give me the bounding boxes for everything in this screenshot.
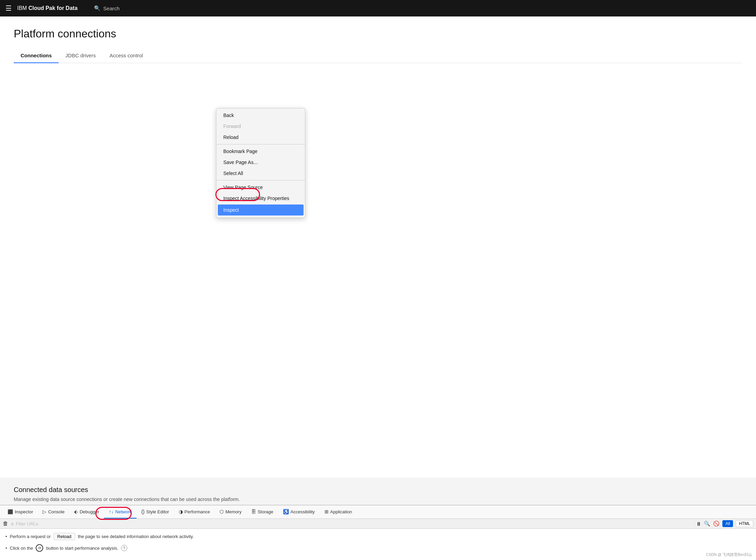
devtools-tab-debugger[interactable]: ⬖ Debugger	[69, 505, 104, 518]
context-menu-save-as[interactable]: Save Page As...	[216, 157, 305, 168]
bullet-1: •	[5, 534, 7, 539]
context-menu-accessibility[interactable]: Inspect Accessibility Properties	[216, 193, 305, 204]
tab-inspector-label: Inspector	[15, 509, 33, 514]
tab-console-label: Console	[48, 509, 64, 514]
context-menu-bookmark[interactable]: Bookmark Page	[216, 146, 305, 157]
network-icon: ↑↓	[109, 509, 114, 514]
tab-jdbc-drivers[interactable]: JDBC drivers	[59, 48, 103, 63]
devtools-toolbar: 🗑 ⌾ Filter URLs ⏸ 🔍 🚫 All HTML	[0, 519, 756, 529]
devtools-toolbar-right: ⏸ 🔍 🚫 All HTML	[696, 520, 753, 527]
devtools-tab-accessibility[interactable]: ♿ Accessibility	[278, 505, 320, 518]
search-icon: 🔍	[94, 5, 101, 11]
search-placeholder: Search	[103, 5, 120, 11]
watermark: CSDN @ 飞鸿踏雪Ben归山	[706, 552, 752, 557]
section-title: Connected data sources	[14, 486, 742, 494]
context-menu-select-all[interactable]: Select All	[216, 168, 305, 179]
devtools-tab-console[interactable]: ▷ Console	[38, 505, 69, 518]
filter-html-btn[interactable]: HTML	[736, 520, 753, 527]
section-desc: Manage existing data source connections …	[14, 497, 742, 502]
context-menu-reload[interactable]: Reload	[216, 132, 305, 143]
filter-urls-placeholder: Filter URLs	[16, 521, 38, 526]
help-icon[interactable]: ?	[121, 545, 127, 551]
clear-icon[interactable]: 🗑	[3, 521, 8, 527]
brand-bold: Cloud Pak for Data	[28, 5, 78, 11]
tab-style-editor-label: Style Editor	[146, 509, 169, 514]
devtools-tab-network[interactable]: ↑↓ Network	[104, 505, 137, 518]
tab-application-label: Application	[330, 509, 352, 514]
devtools-tab-inspector[interactable]: ⬛ Inspector	[3, 506, 38, 518]
tab-connections[interactable]: Connections	[14, 48, 59, 63]
tabs: Connections JDBC drivers Access control	[14, 48, 742, 63]
context-menu-view-source[interactable]: View Page Source	[216, 182, 305, 193]
filter-all-btn[interactable]: All	[722, 520, 733, 527]
devtools-tab-performance[interactable]: ◑ Performance	[174, 505, 215, 518]
line1-prefix: Perform a request or	[10, 534, 51, 539]
line2-suffix: button to start performance analysis.	[46, 546, 118, 551]
perf-circle-icon: ⟳	[36, 544, 43, 552]
page-title: Platform connections	[14, 27, 742, 40]
context-menu: Back Forward Reload Bookmark Page Save P…	[216, 108, 305, 218]
block-icon[interactable]: 🚫	[713, 521, 720, 527]
line2-prefix: Click on the	[10, 546, 33, 551]
tab-storage-label: Storage	[258, 509, 273, 514]
menu-icon[interactable]: ☰	[5, 4, 12, 12]
tab-network-label: Network	[115, 509, 132, 514]
filter-funnel-icon: ⌾	[11, 521, 14, 526]
topbar: ☰ IBM Cloud Pak for Data 🔍 Search	[0, 0, 756, 16]
devtools: ⬛ Inspector ▷ Console ⬖ Debugger ↑↓ Netw…	[0, 505, 756, 560]
topbar-search: 🔍 Search	[94, 5, 120, 11]
devtools-tab-memory[interactable]: ⬡ Memory	[215, 505, 246, 518]
inspector-icon: ⬛	[8, 509, 13, 514]
storage-icon: 🗄	[251, 509, 256, 514]
network-line1: • Perform a request or Reload the page t…	[5, 533, 751, 540]
tab-memory-label: Memory	[225, 509, 241, 514]
devtools-reload-btn[interactable]: Reload	[54, 533, 75, 540]
tab-debugger-label: Debugger	[80, 509, 99, 514]
context-menu-divider-1	[216, 144, 305, 144]
tab-accessibility-label: Accessibility	[291, 509, 315, 514]
network-line2: • Click on the ⟳ button to start perform…	[5, 544, 751, 552]
devtools-tabs: ⬛ Inspector ▷ Console ⬖ Debugger ↑↓ Netw…	[0, 505, 756, 519]
filter-urls-area: ⌾ Filter URLs	[11, 521, 693, 526]
context-menu-divider-2	[216, 180, 305, 180]
devtools-search-icon[interactable]: 🔍	[704, 521, 710, 527]
devtools-tab-style-editor[interactable]: {} Style Editor	[137, 505, 174, 518]
context-menu-back[interactable]: Back	[216, 110, 305, 121]
debugger-icon: ⬖	[74, 509, 78, 514]
performance-icon: ◑	[179, 509, 183, 514]
pause-icon[interactable]: ⏸	[696, 521, 701, 527]
tab-performance-label: Performance	[185, 509, 210, 514]
context-menu-forward: Forward	[216, 121, 305, 132]
console-icon: ▷	[43, 509, 46, 514]
memory-icon: ⬡	[220, 509, 224, 514]
brand-name: IBM Cloud Pak for Data	[17, 5, 78, 11]
context-menu-inspect[interactable]: Inspect	[218, 205, 304, 215]
devtools-content: • Perform a request or Reload the page t…	[0, 529, 756, 560]
devtools-tab-application[interactable]: ⊞ Application	[320, 505, 357, 518]
accessibility-icon: ♿	[283, 509, 289, 514]
style-editor-icon: {}	[141, 509, 144, 514]
line1-suffix: the page to see detailed information abo…	[78, 534, 194, 539]
devtools-tab-storage[interactable]: 🗄 Storage	[246, 505, 278, 518]
bullet-2: •	[5, 546, 7, 551]
main-area: Platform connections Connections JDBC dr…	[0, 16, 756, 478]
tab-access-control[interactable]: Access control	[103, 48, 150, 63]
application-icon: ⊞	[324, 509, 329, 514]
